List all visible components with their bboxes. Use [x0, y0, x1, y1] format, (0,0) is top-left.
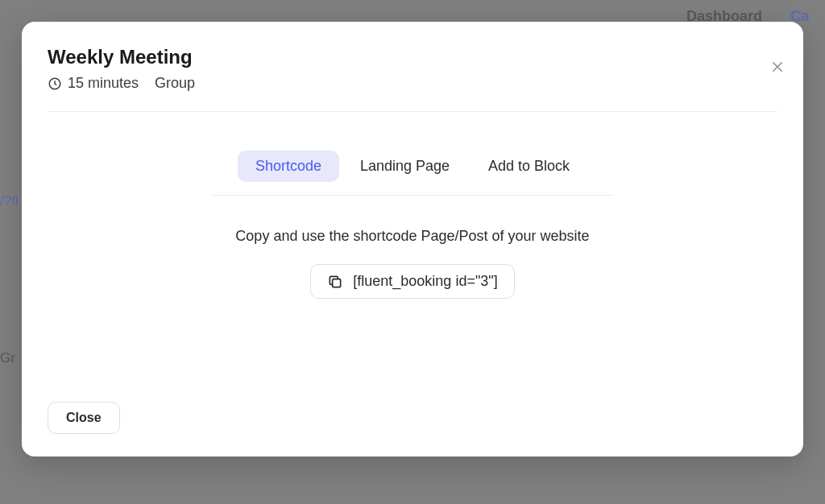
modal-title: Weekly Meeting: [48, 46, 777, 68]
tab-shortcode[interactable]: Shortcode: [238, 151, 339, 182]
close-icon: [770, 60, 785, 74]
duration-text: 15 minutes: [68, 75, 139, 92]
svg-rect-3: [333, 279, 341, 287]
bg-left-text-2: Gr: [0, 350, 15, 366]
bg-left-text: /?fl: [0, 193, 19, 209]
modal-body: Shortcode Landing Page Add to Block Copy…: [48, 112, 777, 353]
clock-icon: [48, 76, 62, 91]
shortcode-value: [fluent_booking id="3"]: [353, 273, 497, 290]
modal-footer: Close: [48, 402, 777, 434]
tab-add-to-block[interactable]: Add to Block: [471, 151, 587, 182]
copy-icon: [327, 274, 343, 290]
close-icon-button[interactable]: [766, 56, 789, 78]
tab-landing-page[interactable]: Landing Page: [342, 151, 467, 182]
share-modal: Weekly Meeting 15 minutes Group Shortcod…: [22, 22, 803, 456]
tabs-container: Shortcode Landing Page Add to Block: [211, 151, 614, 196]
duration-group: 15 minutes: [48, 75, 139, 92]
shortcode-copy-box[interactable]: [fluent_booking id="3"]: [310, 264, 514, 299]
close-button[interactable]: Close: [48, 402, 120, 434]
meeting-type: Group: [155, 75, 195, 92]
instruction-text: Copy and use the shortcode Page/Post of …: [235, 228, 589, 245]
modal-subtitle: 15 minutes Group: [48, 75, 777, 112]
